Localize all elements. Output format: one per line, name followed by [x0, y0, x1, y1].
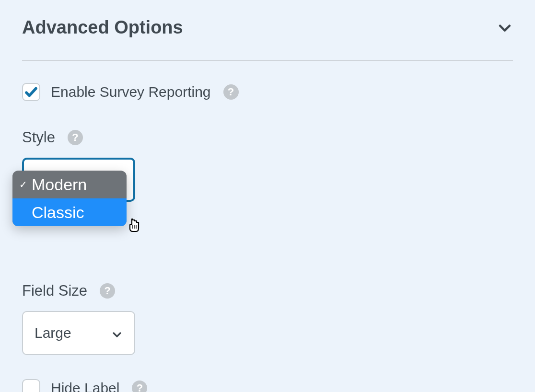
field-size-field: Field Size ? Large [22, 282, 513, 355]
style-label: Style [22, 129, 55, 146]
help-icon[interactable]: ? [132, 380, 147, 392]
style-option-classic[interactable]: Classic [12, 198, 127, 226]
chevron-down-icon [111, 327, 123, 339]
style-option-label: Classic [32, 203, 84, 222]
field-size-select[interactable]: Large [22, 311, 135, 355]
field-size-label: Field Size [22, 282, 87, 300]
style-label-row: Style ? [22, 129, 513, 146]
chevron-down-icon[interactable] [497, 20, 513, 36]
style-field: Style ? Modern Classic [22, 129, 513, 202]
field-size-label-row: Field Size ? [22, 282, 513, 300]
field-size-value: Large [35, 325, 71, 341]
style-option-modern[interactable]: Modern [12, 171, 127, 198]
help-icon[interactable]: ? [223, 84, 239, 100]
style-dropdown[interactable]: Modern Classic [12, 171, 127, 226]
enable-survey-reporting-checkbox[interactable] [22, 83, 40, 101]
enable-survey-reporting-label: Enable Survey Reporting [51, 84, 211, 100]
style-select-wrapper: Modern Classic [22, 158, 513, 202]
section-title: Advanced Options [22, 17, 183, 38]
hide-label-row: Hide Label ? [22, 379, 513, 392]
help-icon[interactable]: ? [68, 130, 83, 145]
style-option-label: Modern [32, 175, 87, 194]
section-header[interactable]: Advanced Options [22, 5, 513, 61]
hide-label-label: Hide Label [51, 380, 119, 392]
enable-survey-reporting-row: Enable Survey Reporting ? [22, 83, 513, 101]
hide-label-checkbox[interactable] [22, 379, 40, 392]
help-icon[interactable]: ? [100, 283, 115, 299]
advanced-options-panel: Advanced Options Enable Survey Reporting… [0, 0, 535, 392]
